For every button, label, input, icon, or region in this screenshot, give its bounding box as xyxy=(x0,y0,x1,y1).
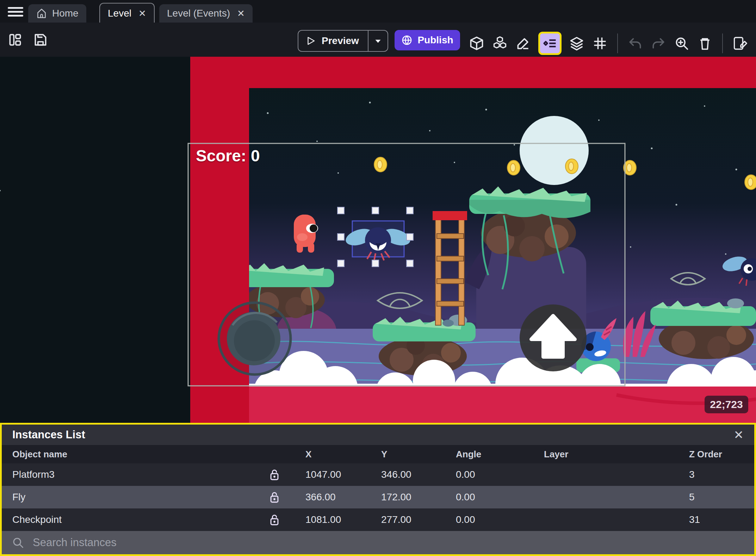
red-bottom-band xyxy=(249,387,756,423)
undo-icon[interactable] xyxy=(627,35,643,51)
tab-level[interactable]: Level ✕ xyxy=(99,3,155,23)
preview-dropdown[interactable] xyxy=(368,31,388,51)
moon-sprite[interactable] xyxy=(520,116,589,185)
publish-label: Publish xyxy=(417,35,453,46)
red-top-band xyxy=(249,57,756,88)
instance-angle[interactable]: 0.00 xyxy=(445,492,533,503)
tab-home[interactable]: Home xyxy=(28,4,86,23)
preview-label: Preview xyxy=(322,35,359,47)
coin-sprite[interactable] xyxy=(745,175,756,190)
instance-name: Fly xyxy=(2,492,255,503)
instance-row-checkpoint[interactable]: Checkpoint 1081.00 277.00 0.00 31 xyxy=(2,508,754,531)
objects-cube-icon[interactable] xyxy=(469,35,485,51)
scene-graphics xyxy=(0,57,756,423)
project-manager-icon[interactable] xyxy=(7,32,23,48)
unlock-icon[interactable] xyxy=(255,490,294,504)
play-icon xyxy=(305,36,316,46)
close-tab-icon[interactable]: ✕ xyxy=(235,8,245,19)
coin-sprite[interactable] xyxy=(507,160,520,175)
instance-row-platform3[interactable]: Platform3 1047.00 346.00 0.00 3 xyxy=(2,463,754,486)
instance-name: Platform3 xyxy=(2,469,255,480)
instance-angle[interactable]: 0.00 xyxy=(445,469,533,480)
zoom-in-icon[interactable] xyxy=(674,35,690,51)
coin-sprite[interactable] xyxy=(565,159,578,174)
coin-sprite[interactable] xyxy=(374,157,387,172)
instance-x[interactable]: 366.00 xyxy=(294,492,370,503)
instance-angle[interactable]: 0.00 xyxy=(445,514,533,525)
globe-icon xyxy=(401,35,413,46)
instance-y[interactable]: 346.00 xyxy=(370,469,445,480)
tab-label: Level xyxy=(108,8,131,19)
instance-z-order[interactable]: 5 xyxy=(678,492,754,503)
tab-bar: Home Level ✕ Level (Events) ✕ xyxy=(0,0,756,23)
column-y: Y xyxy=(370,449,445,460)
publish-button[interactable]: Publish xyxy=(395,30,460,50)
column-angle: Angle xyxy=(445,449,533,460)
search-instances-input[interactable] xyxy=(32,536,744,549)
unlock-icon[interactable] xyxy=(255,513,294,527)
column-object-name: Object name xyxy=(2,449,255,460)
delete-icon[interactable] xyxy=(697,35,713,51)
object-groups-icon[interactable] xyxy=(492,35,508,51)
joystick-control[interactable] xyxy=(219,303,291,375)
score-text: Score: 0 xyxy=(196,146,260,165)
toolbar-divider xyxy=(617,33,618,53)
layers-icon[interactable] xyxy=(569,35,585,51)
tab-label: Level (Events) xyxy=(167,8,230,19)
tab-level-events[interactable]: Level (Events) ✕ xyxy=(159,4,253,23)
toolbar: Preview Publish xyxy=(0,23,756,57)
instance-name: Checkpoint xyxy=(2,514,255,525)
search-bar xyxy=(2,531,754,554)
edit-pencil-icon[interactable] xyxy=(515,35,531,51)
instance-x[interactable]: 1047.00 xyxy=(294,469,370,480)
instance-z-order[interactable]: 3 xyxy=(678,469,754,480)
home-icon xyxy=(36,8,47,19)
instances-header-row: Object name X Y Angle Layer Z Order xyxy=(2,445,754,463)
instances-list-panel: Instances List ✕ Object name X Y Angle L… xyxy=(0,423,756,556)
close-tab-icon[interactable]: ✕ xyxy=(136,8,146,19)
jump-button[interactable] xyxy=(520,304,587,371)
instance-x[interactable]: 1081.00 xyxy=(294,514,370,525)
column-layer: Layer xyxy=(533,449,678,460)
scene-editor-canvas[interactable]: Score: 0 22;723 xyxy=(0,57,756,423)
save-icon[interactable] xyxy=(32,32,49,48)
column-z-order: Z Order xyxy=(678,449,754,460)
close-panel-icon[interactable]: ✕ xyxy=(734,428,744,442)
search-icon xyxy=(12,536,24,549)
grid-icon[interactable] xyxy=(592,35,608,51)
toolbar-divider xyxy=(722,33,723,53)
redo-icon[interactable] xyxy=(650,35,667,51)
edit-events-icon[interactable] xyxy=(732,35,748,51)
cursor-position-badge: 22;723 xyxy=(705,396,748,413)
column-x: X xyxy=(294,449,370,460)
instance-y[interactable]: 172.00 xyxy=(370,492,445,503)
tab-label: Home xyxy=(52,8,79,19)
panel-title: Instances List xyxy=(12,428,85,441)
instance-row-fly[interactable]: Fly 366.00 172.00 0.00 5 xyxy=(2,486,754,508)
instance-y[interactable]: 277.00 xyxy=(370,514,445,525)
chevron-down-icon xyxy=(373,36,383,45)
unlock-icon[interactable] xyxy=(255,468,294,482)
instances-list-icon[interactable] xyxy=(538,32,562,55)
instance-z-order[interactable]: 31 xyxy=(678,514,754,525)
menu-icon[interactable] xyxy=(8,5,23,18)
preview-button[interactable]: Preview xyxy=(298,30,388,52)
